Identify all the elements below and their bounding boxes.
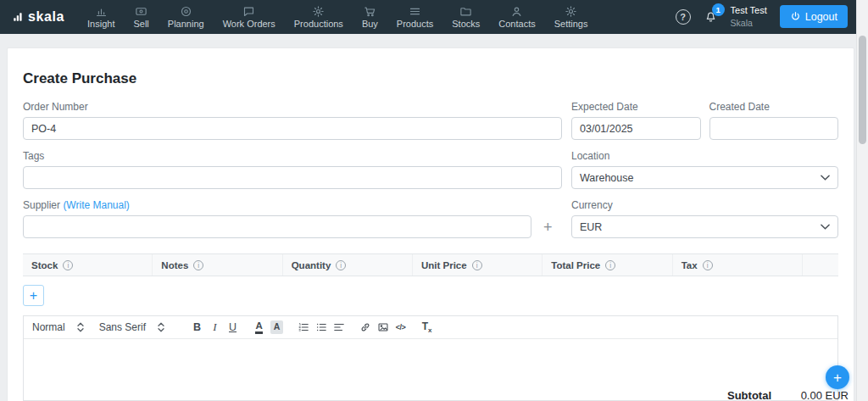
- info-icon[interactable]: i: [193, 260, 203, 270]
- updown-arrows-icon: [77, 322, 84, 332]
- nav-item-insight[interactable]: Insight: [78, 0, 124, 34]
- col-header-total-price: Total Price i: [542, 254, 672, 276]
- settings-gear-icon: [565, 5, 577, 17]
- expected-date-input[interactable]: [571, 117, 701, 140]
- supplier-input[interactable]: [23, 215, 531, 238]
- col-header-notes: Notes i: [153, 254, 282, 276]
- text-color-button[interactable]: A: [250, 318, 268, 337]
- underline-button[interactable]: U: [224, 318, 242, 337]
- subtotal-label: Subtotal: [727, 389, 771, 401]
- insight-icon: [95, 5, 108, 17]
- image-icon: [377, 321, 389, 333]
- nav-item-products[interactable]: Products: [387, 0, 442, 34]
- top-navbar: skala Insight Sell Planning Work Orders …: [0, 0, 868, 34]
- power-icon: [790, 11, 801, 22]
- ordered-list-button[interactable]: [294, 318, 312, 337]
- italic-button[interactable]: I: [206, 318, 224, 337]
- form-row-1: Order Number Expected Date Created Date: [23, 91, 838, 140]
- save-fab-button[interactable]: +: [826, 365, 849, 389]
- bold-button[interactable]: B: [188, 318, 206, 337]
- help-icon[interactable]: ?: [676, 9, 691, 25]
- col-header-unit-price: Unit Price i: [413, 254, 542, 276]
- nav-item-label: Insight: [87, 19, 114, 29]
- order-summary: Subtotal 0.00 EUR: [727, 389, 849, 401]
- tags-input[interactable]: [23, 166, 562, 189]
- highlight-button[interactable]: A: [268, 318, 286, 337]
- supplier-label-text: Supplier: [23, 199, 60, 211]
- logo-text: skala: [28, 9, 64, 25]
- contacts-person-icon: [510, 5, 523, 17]
- nav-item-work-orders[interactable]: Work Orders: [214, 0, 285, 34]
- info-icon[interactable]: i: [703, 260, 713, 270]
- productions-gear-icon: [312, 5, 325, 17]
- supplier-label: Supplier (Write Manual): [23, 199, 562, 211]
- vertical-scrollbar[interactable]: [856, 0, 868, 401]
- nav-item-productions[interactable]: Productions: [285, 0, 353, 34]
- code-button[interactable]: </>: [392, 318, 409, 337]
- col-header-stock: Stock i: [23, 254, 153, 276]
- nav-item-sell[interactable]: Sell: [124, 0, 158, 34]
- sell-icon: [135, 5, 147, 17]
- user-org: Skala: [731, 17, 767, 29]
- nav-item-label: Settings: [554, 19, 588, 29]
- products-list-icon: [409, 5, 421, 17]
- nav-item-label: Productions: [294, 19, 343, 29]
- bullet-list-button[interactable]: [312, 318, 330, 337]
- nav-item-stocks[interactable]: Stocks: [442, 0, 489, 34]
- form-row-3: Supplier (Write Manual) + Currency EUR: [23, 189, 838, 238]
- expected-date-label: Expected Date: [571, 101, 701, 113]
- logo-bars-icon: [12, 11, 25, 23]
- text-color-icon: A: [255, 321, 262, 334]
- currency-label: Currency: [571, 199, 838, 211]
- image-button[interactable]: [374, 318, 392, 337]
- ordered-list-icon: [298, 321, 309, 333]
- align-left-icon: [333, 321, 345, 333]
- clear-format-button[interactable]: Tx: [418, 318, 436, 337]
- subtotal-value: 0.00 EUR: [801, 389, 849, 401]
- user-menu[interactable]: Test Test Skala: [731, 4, 767, 29]
- col-header-label: Tax: [682, 260, 698, 270]
- nav-item-settings[interactable]: Settings: [545, 0, 598, 34]
- info-icon[interactable]: i: [605, 260, 615, 270]
- clear-format-icon: Tx: [422, 320, 432, 334]
- info-icon[interactable]: i: [472, 260, 482, 270]
- editor-text-area[interactable]: [24, 339, 837, 400]
- create-purchase-card: Create Purchase Order Number Expected Da…: [7, 47, 854, 401]
- logout-button[interactable]: Logout: [780, 5, 848, 28]
- col-header-quantity: Quantity i: [283, 254, 413, 276]
- link-button[interactable]: [356, 318, 374, 337]
- add-item-row-button[interactable]: +: [23, 285, 44, 306]
- info-icon[interactable]: i: [63, 260, 73, 270]
- app-logo[interactable]: skala: [12, 9, 64, 25]
- col-header-label: Unit Price: [421, 260, 467, 270]
- format-picker[interactable]: Normal: [32, 321, 84, 333]
- font-picker[interactable]: Sans Serif: [99, 321, 164, 333]
- notification-badge: 1: [712, 3, 725, 16]
- nav-item-contacts[interactable]: Contacts: [489, 0, 544, 34]
- notifications-bell[interactable]: 1: [704, 9, 718, 24]
- supplier-write-manual-link[interactable]: (Write Manual): [63, 199, 129, 211]
- created-date-input[interactable]: [709, 117, 839, 140]
- currency-select[interactable]: EUR: [571, 215, 838, 238]
- location-value: Warehouse: [580, 172, 633, 184]
- tags-label: Tags: [23, 150, 562, 162]
- nav-item-buy[interactable]: Buy: [353, 0, 387, 34]
- order-number-label: Order Number: [23, 101, 562, 113]
- clear-format-T: T: [422, 320, 428, 332]
- nav-item-label: Work Orders: [223, 19, 275, 29]
- scrollbar-thumb[interactable]: [859, 36, 866, 144]
- add-supplier-button[interactable]: +: [543, 220, 553, 235]
- align-button[interactable]: [330, 318, 348, 337]
- location-select[interactable]: Warehouse: [571, 166, 838, 189]
- order-number-input[interactable]: [23, 117, 562, 140]
- info-icon[interactable]: i: [336, 260, 346, 270]
- nav-item-label: Planning: [168, 19, 204, 29]
- notes-editor: Normal Sans Serif B I U A A </> Tx: [23, 315, 838, 401]
- created-date-label: Created Date: [709, 101, 839, 113]
- col-header-label: Notes: [161, 260, 188, 270]
- stocks-folder-icon: [459, 5, 472, 17]
- navbar-right: ? 1 Test Test Skala Logout: [676, 4, 868, 29]
- nav-item-planning[interactable]: Planning: [159, 0, 214, 34]
- chevron-down-icon: [821, 224, 830, 230]
- work-orders-icon: [242, 5, 255, 17]
